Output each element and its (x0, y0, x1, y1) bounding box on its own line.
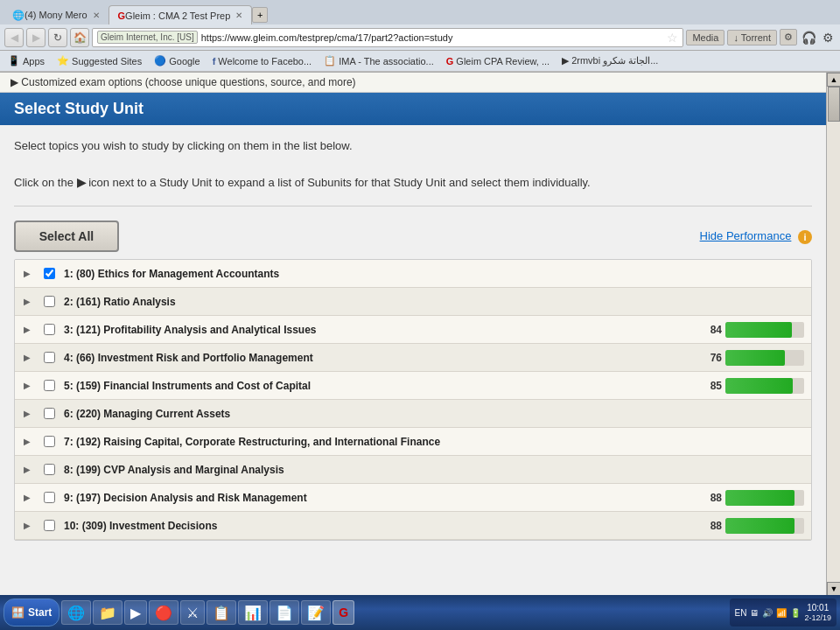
unit-checkbox[interactable] (44, 324, 55, 335)
top-banner: ▶ Customized exam options (choose unique… (0, 73, 826, 93)
unit-label: 2: (161) Ratio Analysis (59, 296, 697, 308)
study-row[interactable]: ▶10: (309) Investment Decisions88 (15, 512, 811, 540)
unit-label: 6: (220) Managing Current Assets (59, 408, 697, 420)
score-bar (725, 378, 793, 394)
nav-headphones[interactable]: 🎧 (800, 29, 818, 46)
tab2-label: Gleim : CMA 2 Test Prep (125, 10, 230, 21)
tab-gleim[interactable]: G Gleim : CMA 2 Test Prep ✕ (108, 5, 253, 24)
unit-checkbox[interactable] (44, 436, 55, 447)
tab1-close[interactable]: ✕ (93, 10, 100, 20)
taskbar-ie[interactable]: 🌐 (61, 600, 91, 625)
unit-checkbox[interactable] (44, 408, 55, 419)
scrollbar[interactable]: ▲ ▼ (826, 73, 840, 596)
expand-arrow[interactable]: ▶ (15, 409, 39, 418)
unit-checkbox[interactable] (44, 268, 55, 279)
taskbar-word[interactable]: 📝 (301, 600, 331, 625)
unit-checkbox[interactable] (44, 520, 55, 531)
start-label: Start (28, 606, 52, 619)
unit-label: 1: (80) Ethics for Management Accountant… (59, 268, 697, 280)
start-button[interactable]: 🪟 Start (4, 598, 60, 626)
study-row[interactable]: ▶7: (192) Raising Capital, Corporate Res… (15, 428, 811, 456)
bm-facebook[interactable]: fWelcome to Facebo... (209, 55, 315, 67)
expand-arrow[interactable]: ▶ (15, 269, 39, 278)
unit-score: 76 (690, 352, 725, 364)
taskbar-app3[interactable]: 📋 (206, 600, 236, 625)
study-row[interactable]: ▶9: (197) Decision Analysis and Risk Man… (15, 484, 811, 512)
bm-ima[interactable]: 📋IMA - The associatio... (320, 54, 438, 67)
bm-google[interactable]: 🔵Google (150, 54, 203, 67)
forward-button[interactable]: ▶ (26, 28, 46, 47)
nav-extra1[interactable]: ⚙ (780, 29, 797, 46)
home-button[interactable]: 🏠 (70, 28, 89, 47)
expand-arrow[interactable]: ▶ (15, 353, 39, 362)
study-row[interactable]: ▶1: (80) Ethics for Management Accountan… (15, 260, 811, 288)
taskbar-app2[interactable]: ⚔ (180, 600, 205, 625)
refresh-button[interactable]: ↻ (48, 28, 67, 47)
scrollbar-track (827, 87, 840, 582)
row-checkbox-cell (39, 408, 59, 419)
nav-bar: ◀ ▶ ↻ 🏠 Gleim Internet, Inc. [US] https:… (0, 24, 840, 51)
score-bar (725, 350, 785, 366)
scroll-down-button[interactable]: ▼ (827, 582, 840, 596)
study-row[interactable]: ▶6: (220) Managing Current Assets (15, 400, 811, 428)
study-row[interactable]: ▶5: (159) Financial Instruments and Cost… (15, 372, 811, 400)
content-area: ▶ Customized exam options (choose unique… (0, 73, 840, 596)
score-bar-container (725, 322, 804, 338)
address-url: https://www.gleim.com/testprep/cma/17/pa… (201, 32, 668, 43)
study-row[interactable]: ▶4: (66) Investment Risk and Portfolio M… (15, 344, 811, 372)
row-checkbox-cell (39, 268, 59, 279)
star-icon[interactable]: ☆ (667, 31, 678, 45)
expand-arrow[interactable]: ▶ (15, 465, 39, 474)
expand-arrow[interactable]: ▶ (15, 437, 39, 446)
address-bar[interactable]: Gleim Internet, Inc. [US] https://www.gl… (92, 28, 683, 47)
info-icon[interactable]: i (798, 230, 812, 244)
new-tab-button[interactable]: + (252, 7, 268, 23)
unit-checkbox[interactable] (44, 492, 55, 503)
study-row[interactable]: ▶8: (199) CVP Analysis and Marginal Anal… (15, 456, 811, 484)
taskbar-media[interactable]: ▶ (124, 600, 147, 625)
unit-checkbox[interactable] (44, 352, 55, 363)
nav-icons: Media ↓ Torrent ⚙ 🎧 ⚙ (686, 29, 836, 46)
bm-arabic[interactable]: ▶2rmvbi الجاتة شكرو... (558, 54, 662, 67)
score-bar-container (725, 350, 804, 366)
back-button[interactable]: ◀ (4, 28, 24, 47)
unit-label: 4: (66) Investment Risk and Portfolio Ma… (59, 352, 690, 364)
bm-apps[interactable]: 📱Apps (4, 54, 48, 67)
study-row[interactable]: ▶3: (121) Profitability Analysis and Ana… (15, 316, 811, 344)
taskbar-gleim-active[interactable]: G (332, 600, 354, 625)
expand-arrow[interactable]: ▶ (15, 325, 39, 334)
unit-checkbox[interactable] (44, 380, 55, 391)
row-checkbox-cell (39, 352, 59, 363)
bm-suggested[interactable]: ⭐Suggested Sites (53, 54, 145, 67)
expand-arrow[interactable]: ▶ (15, 297, 39, 306)
unit-checkbox[interactable] (44, 464, 55, 475)
scrollbar-thumb[interactable] (828, 87, 840, 122)
unit-score: 88 (690, 492, 725, 504)
tab2-close[interactable]: ✕ (235, 10, 242, 20)
taskbar-app1[interactable]: 🔴 (149, 600, 178, 625)
browser-chrome: 🌐 (4) Mony Mero ✕ G Gleim : CMA 2 Test P… (0, 0, 840, 73)
taskbar-pdf[interactable]: 📄 (270, 600, 299, 625)
nav-extra2[interactable]: ⚙ (821, 29, 836, 46)
bm-gleim[interactable]: GGleim CPA Review, ... (443, 55, 553, 67)
study-units-table: ▶1: (80) Ethics for Management Accountan… (14, 259, 812, 541)
top-banner-text: ▶ (10, 76, 21, 88)
unit-label: 9: (197) Decision Analysis and Risk Mana… (59, 492, 690, 504)
language-indicator: EN (735, 608, 747, 618)
taskbar-folder[interactable]: 📁 (93, 600, 122, 625)
torrent-button[interactable]: ↓ Torrent (727, 30, 777, 46)
tray-icon2: 🔊 (762, 608, 773, 618)
expand-arrow[interactable]: ▶ (15, 521, 39, 530)
row-checkbox-cell (39, 380, 59, 391)
media-button[interactable]: Media (686, 30, 724, 46)
taskbar-app4[interactable]: 📊 (238, 600, 268, 625)
hide-performance-link[interactable]: Hide Performance (700, 229, 792, 242)
expand-arrow[interactable]: ▶ (15, 381, 39, 390)
unit-score: 85 (690, 380, 725, 392)
scroll-up-button[interactable]: ▲ (827, 73, 840, 87)
unit-checkbox[interactable] (44, 296, 55, 307)
expand-arrow[interactable]: ▶ (15, 493, 39, 502)
tab-mony-mero[interactable]: 🌐 (4) Mony Mero ✕ (4, 5, 108, 24)
select-all-button[interactable]: Select All (14, 220, 119, 252)
study-row[interactable]: ▶2: (161) Ratio Analysis (15, 288, 811, 316)
